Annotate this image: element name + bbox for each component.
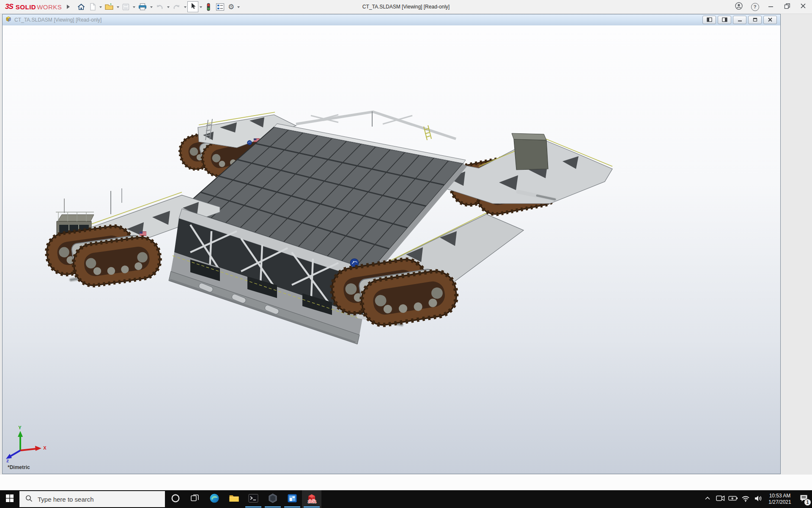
assembly-icon — [5, 16, 12, 24]
graphics-viewport[interactable]: Y X Z *Dimetric — [3, 25, 780, 474]
taskbar-search[interactable] — [19, 491, 165, 507]
save-dropdown[interactable] — [133, 6, 135, 9]
start-button[interactable] — [0, 490, 19, 508]
chevron-up-icon — [704, 495, 711, 503]
task-view-button[interactable] — [185, 490, 205, 508]
hexagon-app-button[interactable] — [263, 490, 283, 508]
select-tool-dropdown[interactable] — [200, 6, 202, 9]
3ds-logo-mark: 3S — [5, 3, 13, 11]
command-prompt-button[interactable] — [244, 490, 263, 508]
logo-works: WORKS — [37, 3, 62, 11]
restore-icon — [784, 3, 790, 11]
battery-button[interactable] — [727, 490, 739, 508]
task-view-icon — [190, 494, 200, 505]
open-dropdown[interactable] — [117, 6, 119, 9]
account-button[interactable] — [734, 2, 743, 11]
system-tray: 10:53 AM 1/27/2021 1 — [701, 490, 812, 508]
file-explorer-button[interactable] — [224, 490, 244, 508]
document-title: CT_TA.SLDASM [Viewing] [Read-only] — [14, 17, 102, 23]
new-document-dropdown[interactable] — [99, 6, 102, 9]
taskbar: SW2021 10:53 AM 1/27/2021 1 — [0, 490, 812, 508]
solidworks-logo: 3S SOLID WORKS — [5, 0, 72, 14]
edge-icon — [209, 493, 219, 505]
close-icon — [800, 3, 806, 11]
desktop-strip — [0, 475, 812, 490]
window-app-button[interactable] — [283, 490, 302, 508]
doc-restore-button[interactable] — [748, 16, 762, 24]
taskbar-clock[interactable]: 10:53 AM 1/27/2021 — [765, 493, 795, 505]
settings-dropdown[interactable] — [237, 6, 240, 9]
battery-icon — [728, 495, 738, 503]
solidworks-icon: SW2021 — [306, 493, 317, 505]
edge-button[interactable] — [205, 490, 224, 508]
select-cursor-icon — [189, 2, 197, 12]
meet-now-button[interactable] — [714, 490, 727, 508]
settings-button[interactable]: ⚙ — [227, 1, 236, 12]
command-prompt-icon — [248, 494, 258, 505]
new-document-button[interactable] — [88, 1, 98, 12]
hidden-icons-button[interactable] — [701, 490, 714, 508]
action-center-button[interactable]: 1 — [795, 490, 812, 508]
solidworks-year-badge: 2021 — [308, 500, 316, 504]
print-dropdown[interactable] — [150, 6, 153, 9]
search-input[interactable] — [37, 495, 144, 503]
solidworks-taskbar-button[interactable]: SW2021 — [302, 490, 321, 508]
minimize-button[interactable] — [766, 2, 776, 11]
open-button[interactable] — [103, 1, 115, 12]
wifi-button[interactable] — [739, 490, 752, 508]
restore-button[interactable] — [782, 2, 792, 11]
redo-dropdown[interactable] — [184, 6, 187, 9]
save-icon — [122, 3, 130, 11]
volume-button[interactable] — [752, 490, 765, 508]
document-titlebar[interactable]: CT_TA.SLDASM [Viewing] [Read-only] — [3, 14, 780, 26]
window-controls: ? — [734, 0, 808, 14]
doc-minimize-button[interactable] — [733, 16, 746, 24]
help-icon: ? — [751, 3, 759, 11]
volume-icon — [754, 495, 763, 504]
undo-icon — [155, 3, 164, 11]
clock-date: 1/27/2021 — [765, 499, 795, 505]
home-button[interactable] — [76, 1, 87, 12]
help-button[interactable]: ? — [750, 2, 760, 11]
logo-solid: SOLID — [16, 3, 36, 11]
redo-button[interactable] — [171, 1, 182, 12]
new-document-icon — [89, 3, 96, 11]
pane-left-icon — [707, 16, 712, 24]
traffic-light-icon — [205, 3, 212, 11]
doc-minimize-icon — [737, 16, 743, 24]
minimize-icon — [768, 3, 774, 11]
select-tool-button[interactable] — [187, 1, 198, 12]
search-icon — [25, 495, 33, 504]
notification-badge: 1 — [804, 499, 811, 506]
doc-pane-left-button[interactable] — [702, 16, 716, 24]
app-titlebar: 3S SOLID WORKS ⚙ CT_TA.SLDASM [Viewing] … — [0, 0, 812, 14]
menu-flyout-arrow-icon[interactable] — [67, 5, 72, 9]
doc-close-button[interactable] — [763, 16, 777, 24]
gear-icon: ⚙ — [228, 3, 234, 11]
triad-z-label: Z — [6, 459, 9, 463]
open-folder-icon — [104, 3, 114, 11]
document-window-controls — [702, 16, 777, 24]
doc-restore-icon — [752, 16, 758, 24]
wifi-icon — [741, 495, 750, 504]
undo-button[interactable] — [154, 1, 165, 12]
redo-icon — [172, 3, 181, 11]
doc-pane-right-button[interactable] — [718, 16, 731, 24]
model-3d: Y X Z — [3, 25, 780, 474]
triad-x-label: X — [43, 445, 47, 450]
print-button[interactable] — [137, 1, 148, 12]
cortana-icon — [171, 494, 180, 505]
save-button[interactable] — [121, 1, 131, 12]
close-button[interactable] — [798, 2, 808, 11]
doc-close-icon — [768, 16, 773, 24]
orientation-triad: Y X Z — [6, 425, 47, 463]
clock-time: 10:53 AM — [765, 493, 795, 499]
windows-start-icon — [6, 494, 14, 504]
resource-monitor-button[interactable] — [203, 1, 214, 12]
document-window: CT_TA.SLDASM [Viewing] [Read-only] — [2, 14, 781, 474]
quick-access-toolbar: ⚙ — [75, 0, 241, 14]
view-orientation-label: *Dimetric — [8, 464, 30, 470]
cortana-button[interactable] — [166, 490, 185, 508]
display-pane-button[interactable] — [214, 1, 226, 12]
undo-dropdown[interactable] — [167, 6, 170, 9]
